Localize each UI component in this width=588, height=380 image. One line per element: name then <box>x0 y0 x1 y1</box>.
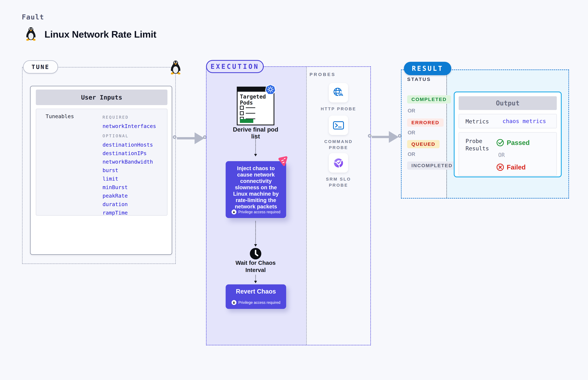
http-probe-label: HTTP PROBE <box>312 106 365 112</box>
tuneables-panel: Tuneables REQUIRED networkInterfaces OPT… <box>36 109 167 216</box>
lock-icon <box>232 300 236 305</box>
http-probe-card <box>329 83 348 102</box>
status-label: STATUS <box>407 76 431 82</box>
passed-check-icon <box>496 139 504 147</box>
execution-probes-divider <box>306 67 307 345</box>
or-separator: OR <box>498 152 505 158</box>
probe-results-row: Probe Results Passed OR Failed <box>459 132 557 176</box>
privilege-required-note: Privilege access required <box>226 209 286 214</box>
pod-list-row <box>240 106 255 110</box>
command-probe-label: COMMAND PROBE <box>312 139 365 151</box>
linux-penguin-icon <box>170 60 181 75</box>
targeted-pods-label: Targeted Pods <box>240 94 269 106</box>
lock-icon <box>232 209 236 214</box>
tuneable-param: minBurst <box>102 184 128 190</box>
or-separator: OR <box>408 151 415 157</box>
pod-selection-bar <box>240 119 253 123</box>
metrics-label: Metrics <box>466 118 489 125</box>
probe-results-label: Probe Results <box>466 137 493 152</box>
execution-badge: EXECUTION <box>206 60 264 73</box>
page-title: Linux Network Rate Limit <box>44 29 156 40</box>
tuneable-param: peakRate <box>102 193 128 199</box>
probes-section-label: PROBES <box>310 72 336 77</box>
tuneable-param: duration <box>102 201 128 208</box>
failed-result: Failed <box>496 163 526 171</box>
kubernetes-icon <box>265 84 276 95</box>
passed-result: Passed <box>496 139 530 147</box>
flow-connector-arrow <box>254 244 257 247</box>
chaos-litmus-icon <box>277 156 288 167</box>
metrics-value: chaos metrics <box>503 118 546 124</box>
tuneable-param: networkBandwidth <box>102 159 153 165</box>
tuneable-param: limit <box>102 176 118 182</box>
failed-x-icon <box>496 163 504 171</box>
output-card: Output Metrics chaos metrics Probe Resul… <box>454 92 562 177</box>
status-badge-queued: QUEUED <box>407 140 440 148</box>
required-label: REQUIRED <box>102 115 129 120</box>
linux-penguin-icon <box>25 27 36 41</box>
http-probe-icon <box>332 86 345 99</box>
output-title: Output <box>459 96 557 110</box>
status-badge-incompleted: INCOMPLETED <box>407 161 457 170</box>
command-probe-card <box>329 115 348 135</box>
pod-list-row <box>240 111 255 115</box>
fault-diagram: Fault Linux Network Rate Limit TUNE User… <box>0 0 588 380</box>
status-badge-completed: COMPLETED <box>407 95 451 103</box>
flow-connector <box>255 221 256 244</box>
status-badge-errored: ERRORED <box>407 118 444 127</box>
inject-chaos-description: Inject chaos to cause network connectivi… <box>230 165 282 210</box>
srm-slo-probe-label: SRM SLO PROBE <box>312 176 365 188</box>
flow-connector-arrow <box>254 154 257 156</box>
srm-slo-probe-card <box>329 153 348 172</box>
tuneable-param: burst <box>102 167 118 173</box>
wait-clock-icon <box>250 247 262 260</box>
inject-chaos-step: Inject chaos to cause network connectivi… <box>226 161 286 218</box>
fault-kicker: Fault <box>22 13 44 21</box>
flow-connector-arrow <box>254 281 257 283</box>
tune-badge: TUNE <box>23 60 58 74</box>
tuneables-label: Tuneables <box>46 113 74 119</box>
revert-chaos-label: Revert Chaos <box>226 288 286 295</box>
result-badge: RESULT <box>404 62 451 75</box>
wait-for-chaos-label: Wait for Chaos Interval <box>231 259 280 274</box>
srm-slo-probe-icon <box>332 157 345 169</box>
flow-connector <box>255 275 256 281</box>
privilege-required-note: Privilege access required <box>226 300 286 305</box>
metrics-row: Metrics chaos metrics <box>459 114 557 128</box>
revert-chaos-step: Revert Chaos Privilege access required <box>226 285 286 309</box>
or-separator: OR <box>408 108 415 114</box>
command-probe-icon <box>332 119 345 132</box>
user-inputs-title: User Inputs <box>36 90 167 105</box>
optional-label: OPTIONAL <box>102 133 129 138</box>
tuneable-param: destinationIPs <box>102 150 147 156</box>
tuneable-param: destinationHosts <box>102 142 153 148</box>
tuneable-param: networkInterfaces <box>102 123 156 129</box>
tuneable-param: rampTime <box>102 210 128 216</box>
user-inputs-card: User Inputs Tuneables REQUIRED networkIn… <box>30 86 172 255</box>
flow-connector <box>255 135 256 154</box>
or-separator: OR <box>408 130 415 136</box>
